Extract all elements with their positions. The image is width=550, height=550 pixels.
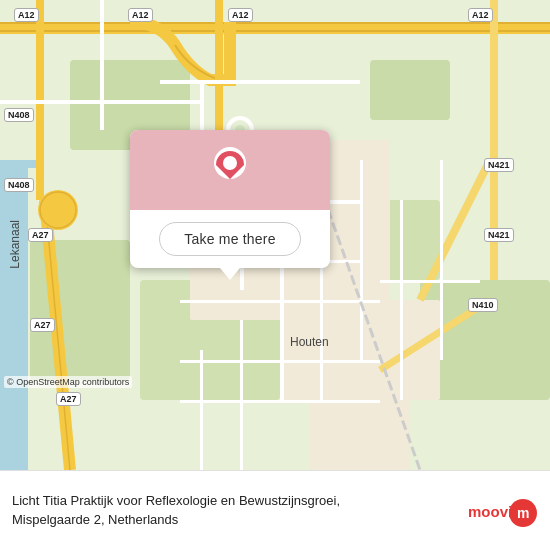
svg-point-16 bbox=[38, 190, 78, 230]
svg-rect-33 bbox=[360, 160, 363, 360]
svg-text:moovit: moovit bbox=[468, 503, 517, 520]
lekanaal-label: Lekanaal bbox=[8, 220, 22, 269]
svg-rect-2 bbox=[0, 160, 40, 168]
road-badge-a12-1: A12 bbox=[14, 8, 39, 22]
pin-area bbox=[130, 130, 330, 210]
svg-rect-11 bbox=[310, 380, 410, 470]
svg-rect-6 bbox=[370, 60, 450, 120]
svg-rect-34 bbox=[180, 400, 380, 403]
svg-rect-35 bbox=[380, 280, 480, 283]
bottom-bar: Licht Titia Praktijk voor Reflexologie e… bbox=[0, 470, 550, 550]
svg-rect-36 bbox=[400, 200, 403, 400]
road-badge-n408-1: N408 bbox=[4, 108, 34, 122]
road-badge-a12-3: A12 bbox=[228, 8, 253, 22]
road-badge-a27-3: A27 bbox=[56, 392, 81, 406]
svg-rect-30 bbox=[200, 350, 203, 470]
moovit-logo: m moovit bbox=[468, 491, 538, 531]
location-info: Licht Titia Praktijk voor Reflexologie e… bbox=[12, 492, 468, 528]
svg-point-41 bbox=[223, 156, 237, 170]
svg-rect-29 bbox=[180, 300, 380, 303]
road-badge-a12-2: A12 bbox=[128, 8, 153, 22]
road-badge-n421-1: N421 bbox=[484, 158, 514, 172]
road-badge-a27-2: A27 bbox=[30, 318, 55, 332]
osm-attribution: © OpenStreetMap contributors bbox=[4, 376, 132, 388]
svg-rect-31 bbox=[240, 320, 243, 470]
road-badge-a27-1: A27 bbox=[28, 228, 53, 242]
svg-rect-13 bbox=[0, 22, 550, 24]
moovit-logo-svg: m moovit bbox=[468, 491, 538, 531]
take-me-there-button[interactable]: Take me there bbox=[159, 222, 300, 256]
svg-rect-1 bbox=[0, 160, 28, 470]
location-name: Licht Titia Praktijk voor Reflexologie e… bbox=[12, 492, 382, 528]
houten-label: Houten bbox=[290, 335, 329, 349]
road-badge-n410: N410 bbox=[468, 298, 498, 312]
svg-rect-22 bbox=[160, 80, 360, 84]
map-pin-icon bbox=[212, 147, 248, 193]
svg-rect-14 bbox=[0, 30, 550, 32]
popup-card: Take me there bbox=[130, 130, 330, 268]
road-badge-n408-2: N408 bbox=[4, 178, 34, 192]
road-badge-n421-2: N421 bbox=[484, 228, 514, 242]
svg-rect-32 bbox=[180, 360, 380, 363]
map-container: A12 A12 A12 A12 N408 N408 A27 A27 A27 N4… bbox=[0, 0, 550, 470]
svg-text:m: m bbox=[517, 505, 529, 521]
svg-rect-21 bbox=[100, 0, 104, 130]
svg-rect-37 bbox=[440, 160, 443, 360]
road-badge-a12-4: A12 bbox=[468, 8, 493, 22]
